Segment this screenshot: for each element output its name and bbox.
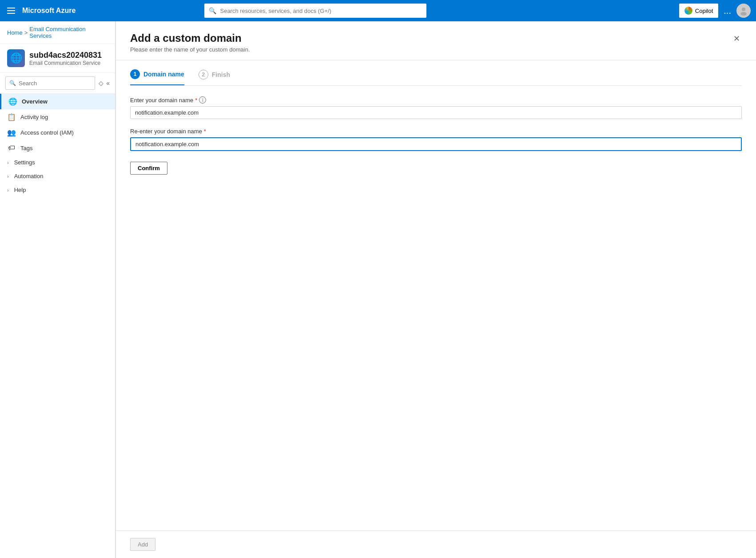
resource-name: subd4acs20240831: [29, 51, 102, 60]
sidebar-item-overview[interactable]: 🌐 Overview: [0, 94, 115, 109]
step-2-circle: 2: [199, 70, 208, 80]
sidebar-search-icon: 🔍: [9, 80, 16, 86]
svg-point-1: [740, 12, 747, 16]
confirm-button[interactable]: Confirm: [130, 162, 167, 175]
svg-point-0: [742, 8, 745, 11]
topbar: Microsoft Azure 🔍 Copilot ...: [0, 0, 756, 21]
sidebar-search-input[interactable]: [19, 80, 91, 87]
sidebar-item-help-label: Help: [14, 187, 26, 193]
panel-body: Enter your domain name * i Re-enter your…: [116, 86, 756, 530]
overview-icon: 🌐: [8, 97, 17, 106]
step-2-label: Finish: [212, 71, 230, 78]
global-search-input[interactable]: [220, 8, 422, 14]
domain-name-info-icon[interactable]: i: [199, 96, 206, 104]
brand-logo: Microsoft Azure: [22, 7, 76, 15]
panel-header: Add a custom domain Please enter the nam…: [116, 21, 756, 60]
resource-header: 🌐 subd4acs20240831 Email Communication S…: [0, 44, 115, 73]
redomain-name-label: Re-enter your domain name *: [130, 128, 742, 135]
activity-log-icon: 📋: [7, 113, 16, 121]
redomain-name-required: *: [204, 128, 206, 135]
more-options-button[interactable]: ...: [724, 6, 731, 16]
global-search-bar[interactable]: 🔍: [204, 4, 426, 18]
add-button[interactable]: Add: [130, 538, 155, 551]
domain-name-input[interactable]: [130, 106, 742, 119]
step-1-circle: 1: [130, 69, 140, 79]
copilot-icon: [684, 7, 692, 15]
breadcrumb-home[interactable]: Home: [7, 29, 23, 36]
breadcrumb-service[interactable]: Email Communication Services: [29, 26, 108, 39]
panel-subtitle: Please enter the name of your custom dom…: [130, 46, 250, 53]
sidebar-controls: ◇ «: [99, 80, 110, 87]
sidebar-item-activity-log-label: Activity log: [20, 114, 48, 120]
step-1-domain-name[interactable]: 1 Domain name: [130, 69, 184, 85]
hamburger-menu[interactable]: [5, 6, 17, 16]
resource-icon: 🌐: [7, 49, 25, 67]
domain-name-group: Enter your domain name * i: [130, 96, 742, 119]
panel-title: Add a custom domain: [130, 32, 250, 44]
collapse-sidebar-icon[interactable]: «: [106, 80, 110, 87]
topbar-right: Copilot ...: [679, 4, 751, 18]
copilot-button[interactable]: Copilot: [679, 4, 718, 18]
sidebar-search-bar: 🔍 ◇ «: [0, 73, 115, 94]
redomain-name-group: Re-enter your domain name *: [130, 128, 742, 151]
add-custom-domain-panel: Add a custom domain Please enter the nam…: [115, 21, 756, 558]
sidebar-search-input-wrapper[interactable]: 🔍: [5, 76, 95, 90]
sidebar-item-help[interactable]: › Help: [0, 183, 115, 197]
panel-close-button[interactable]: ✕: [732, 32, 742, 45]
sidebar-nav: 🌐 Overview 📋 Activity log 👥 Access contr…: [0, 94, 115, 197]
resource-type: Email Communication Service: [29, 60, 102, 66]
panel-footer: Add: [116, 530, 756, 558]
user-avatar[interactable]: [736, 4, 751, 18]
step-2-finish[interactable]: 2 Finish: [199, 69, 230, 85]
tags-icon: 🏷: [7, 144, 16, 152]
sidebar-item-automation[interactable]: › Automation: [0, 169, 115, 183]
domain-name-required: *: [195, 97, 197, 104]
sidebar-item-activity-log[interactable]: 📋 Activity log: [0, 109, 115, 125]
breadcrumb-separator-1: >: [24, 29, 28, 36]
step-separator: [184, 69, 199, 85]
sidebar: Home > Email Communication Services 🌐 su…: [0, 21, 115, 558]
main-layout: Home > Email Communication Services 🌐 su…: [0, 21, 756, 558]
step-1-label: Domain name: [143, 71, 184, 78]
sidebar-item-tags-label: Tags: [20, 145, 32, 151]
redomain-name-input[interactable]: [130, 137, 742, 151]
sidebar-item-access-control-label: Access control (IAM): [20, 129, 74, 136]
pin-icon[interactable]: ◇: [99, 80, 103, 87]
content-area: Add a custom domain Please enter the nam…: [115, 21, 756, 558]
access-control-icon: 👥: [7, 128, 16, 137]
breadcrumb: Home > Email Communication Services: [0, 21, 115, 44]
domain-name-label: Enter your domain name * i: [130, 96, 742, 104]
sidebar-item-tags[interactable]: 🏷 Tags: [0, 140, 115, 155]
search-icon: 🔍: [209, 7, 216, 14]
help-chevron-icon: ›: [7, 187, 9, 193]
sidebar-item-settings[interactable]: › Settings: [0, 155, 115, 169]
sidebar-item-access-control[interactable]: 👥 Access control (IAM): [0, 125, 115, 140]
steps-bar: 1 Domain name 2 Finish: [116, 60, 756, 85]
sidebar-item-overview-label: Overview: [22, 98, 48, 105]
settings-chevron-icon: ›: [7, 160, 9, 165]
automation-chevron-icon: ›: [7, 174, 9, 179]
sidebar-item-settings-label: Settings: [14, 159, 35, 166]
sidebar-item-automation-label: Automation: [14, 173, 44, 179]
